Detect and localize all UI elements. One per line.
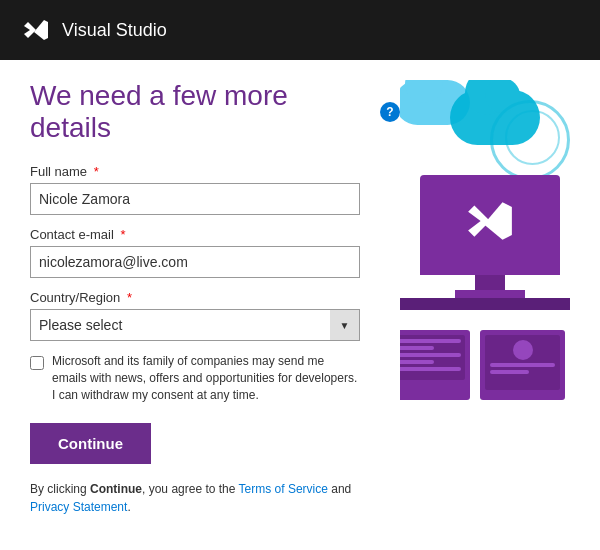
monitor-illustration: [420, 175, 560, 275]
device-icon: [513, 340, 533, 360]
full-name-group: Full name *: [30, 164, 400, 215]
left-panel: We need a few more details ? Full name *…: [30, 80, 400, 540]
code-line: [400, 339, 461, 343]
page-title-text: We need a few more details: [30, 80, 372, 144]
visual-studio-icon: [20, 14, 52, 46]
newsletter-checkbox[interactable]: [30, 356, 44, 370]
device-right-screen: [485, 335, 560, 390]
footer-text-between: , you agree to the: [142, 482, 239, 496]
circle-decoration-inner: [505, 110, 560, 165]
country-select-wrapper: Please select United States United Kingd…: [30, 309, 360, 341]
page-title: We need a few more details ?: [30, 80, 400, 144]
privacy-statement-link[interactable]: Privacy Statement: [30, 500, 127, 514]
code-line: [400, 367, 461, 371]
email-label: Contact e-mail *: [30, 227, 400, 242]
email-input[interactable]: [30, 246, 360, 278]
newsletter-label[interactable]: Microsoft and its family of companies ma…: [52, 353, 360, 403]
footer-text-and: and: [328, 482, 351, 496]
code-line: [400, 346, 434, 350]
help-icon[interactable]: ?: [380, 102, 400, 122]
vs-logo-monitor: [465, 196, 515, 255]
footer-text-prefix: By clicking: [30, 482, 90, 496]
required-indicator: *: [123, 290, 132, 305]
footer-text: By clicking Continue, you agree to the T…: [30, 480, 370, 516]
app-title: Visual Studio: [62, 20, 167, 41]
country-group: Country/Region * Please select United St…: [30, 290, 400, 341]
illustration-panel: [400, 80, 570, 540]
footer-text-end: .: [127, 500, 130, 514]
code-line: [400, 353, 461, 357]
monitor-stand: [475, 275, 505, 290]
main-content: We need a few more details ? Full name *…: [0, 60, 600, 550]
device-right: [480, 330, 565, 400]
code-line: [490, 370, 529, 374]
country-label: Country/Region *: [30, 290, 400, 305]
header-logo: Visual Studio: [20, 14, 167, 46]
newsletter-checkbox-group: Microsoft and its family of companies ma…: [30, 353, 360, 403]
country-select[interactable]: Please select United States United Kingd…: [30, 309, 360, 341]
full-name-input[interactable]: [30, 183, 360, 215]
required-indicator: *: [90, 164, 99, 179]
footer-bold-continue: Continue: [90, 482, 142, 496]
email-group: Contact e-mail *: [30, 227, 400, 278]
app-header: Visual Studio: [0, 0, 600, 60]
ground-decoration: [400, 298, 570, 310]
full-name-label: Full name *: [30, 164, 400, 179]
required-indicator: *: [117, 227, 126, 242]
continue-button[interactable]: Continue: [30, 423, 151, 464]
code-line: [400, 360, 434, 364]
monitor-base: [455, 290, 525, 298]
device-left-screen: [400, 335, 465, 380]
terms-of-service-link[interactable]: Terms of Service: [239, 482, 328, 496]
device-left: [400, 330, 470, 400]
code-line: [490, 363, 555, 367]
